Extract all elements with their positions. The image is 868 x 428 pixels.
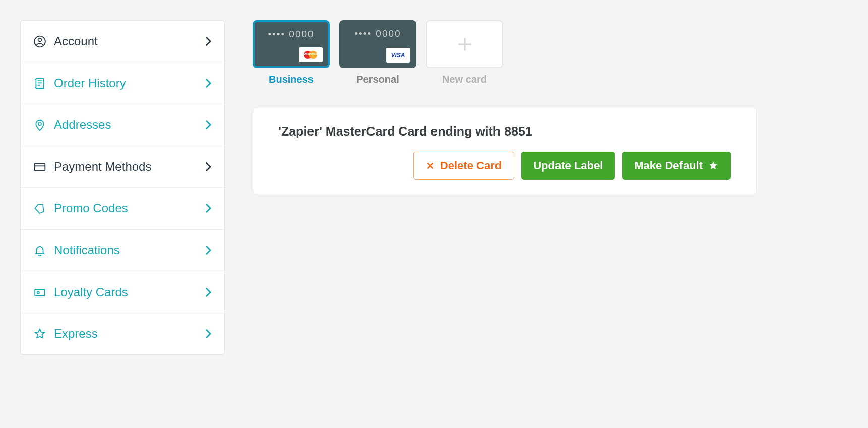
receipt-icon xyxy=(33,77,46,90)
sidebar-item-label: Loyalty Cards xyxy=(54,285,128,299)
ticket-icon xyxy=(33,202,46,215)
svg-point-1 xyxy=(38,38,42,41)
chevron-right-icon xyxy=(205,161,212,172)
loyalty-icon xyxy=(33,286,46,299)
svg-rect-4 xyxy=(35,163,45,170)
delete-card-label: Delete Card xyxy=(440,159,502,172)
make-default-text: Make Default xyxy=(634,159,703,172)
card-tile-business[interactable]: •••• 0000 MasterCard Business xyxy=(253,20,330,85)
star-icon xyxy=(708,160,719,171)
close-icon xyxy=(426,161,435,170)
card-detail-panel: 'Zapier' MasterCard Card ending with 885… xyxy=(253,108,757,194)
chevron-right-icon xyxy=(205,245,212,256)
new-card-tile[interactable] xyxy=(426,20,503,68)
card-masked-number: •••• 0000 xyxy=(347,28,408,39)
sidebar-item-label: Promo Codes xyxy=(54,201,128,216)
pin-icon xyxy=(33,118,46,131)
card-label: Personal xyxy=(339,74,416,85)
sidebar-item-addresses[interactable]: Addresses xyxy=(21,104,224,146)
chevron-right-icon xyxy=(205,328,212,339)
sidebar-item-label: Express xyxy=(54,327,98,341)
sidebar-item-loyalty-cards[interactable]: Loyalty Cards xyxy=(21,271,224,313)
visa-icon: VISA xyxy=(386,48,410,63)
card-label: Business xyxy=(253,74,330,85)
card-actions: Delete Card Update Label Make Default xyxy=(278,152,731,180)
update-label-button[interactable]: Update Label xyxy=(521,152,615,180)
chevron-right-icon xyxy=(205,203,212,214)
chevron-right-icon xyxy=(205,78,212,89)
chevron-right-icon xyxy=(205,287,212,298)
sidebar-item-label: Payment Methods xyxy=(54,160,151,174)
star-outline-icon xyxy=(33,327,46,340)
user-icon xyxy=(33,35,46,48)
sidebar-item-promo-codes[interactable]: Promo Codes xyxy=(21,188,224,230)
svg-rect-5 xyxy=(35,289,45,296)
sidebar-item-label: Addresses xyxy=(54,118,111,132)
make-default-button[interactable]: Make Default xyxy=(622,152,731,180)
svg-rect-2 xyxy=(36,78,43,88)
sidebar-item-account[interactable]: Account xyxy=(21,21,224,62)
sidebar-item-label: Order History xyxy=(54,76,126,90)
cards-row: •••• 0000 MasterCard Business •••• 0000 … xyxy=(253,20,848,85)
sidebar-item-label: Notifications xyxy=(54,243,120,257)
payment-methods-content: •••• 0000 MasterCard Business •••• 0000 … xyxy=(253,20,848,355)
plus-icon xyxy=(455,35,474,54)
chevron-right-icon xyxy=(205,119,212,130)
svg-point-6 xyxy=(37,291,39,293)
sidebar-item-payment-methods[interactable]: Payment Methods xyxy=(21,146,224,188)
card-tile[interactable]: •••• 0000 MasterCard xyxy=(253,20,330,68)
chevron-right-icon xyxy=(205,36,212,47)
card-icon xyxy=(33,160,46,173)
bell-icon xyxy=(33,244,46,257)
card-tile[interactable]: •••• 0000 VISA xyxy=(339,20,416,68)
sidebar-item-order-history[interactable]: Order History xyxy=(21,62,224,104)
sidebar-item-notifications[interactable]: Notifications xyxy=(21,230,224,271)
mastercard-icon: MasterCard xyxy=(299,47,323,62)
card-detail-title: 'Zapier' MasterCard Card ending with 885… xyxy=(278,124,731,139)
sidebar-item-express[interactable]: Express xyxy=(21,313,224,354)
sidebar-item-label: Account xyxy=(54,34,98,48)
card-tile-personal[interactable]: •••• 0000 VISA Personal xyxy=(339,20,416,85)
new-card-label: New card xyxy=(426,74,503,85)
account-sidebar: Account Order History Addresses xyxy=(20,20,225,355)
add-new-card[interactable]: New card xyxy=(426,20,503,85)
card-masked-number: •••• 0000 xyxy=(261,29,321,40)
svg-point-3 xyxy=(38,122,41,125)
update-label-text: Update Label xyxy=(533,159,603,172)
delete-card-button[interactable]: Delete Card xyxy=(413,152,514,180)
